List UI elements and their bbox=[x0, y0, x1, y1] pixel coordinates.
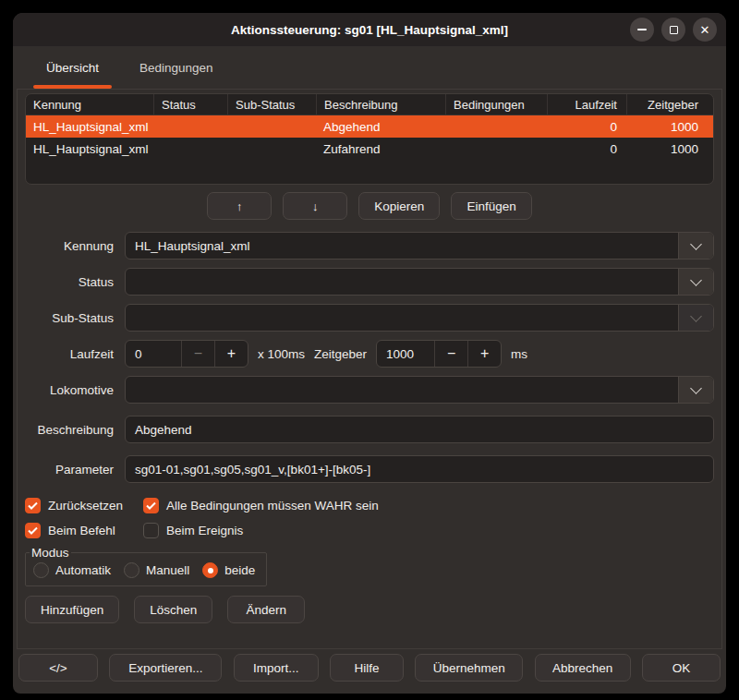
export-button[interactable]: Exportieren... bbox=[109, 654, 222, 682]
cancel-button[interactable]: Abbrechen bbox=[535, 654, 631, 682]
table-row[interactable]: HL_Hauptsignal_xml Abgehend 0 1000 bbox=[26, 115, 713, 138]
window-title: Aktionssteuerung: sg01 [HL_Hauptsignal_x… bbox=[231, 23, 508, 37]
form-row-laufzeit: Laufzeit 0 − + x 100ms Zeitgeber 1000 − … bbox=[25, 340, 714, 368]
cell-beschreibung: Abgehend bbox=[316, 120, 445, 134]
minus-icon: − bbox=[447, 345, 455, 362]
checkbox-icon bbox=[25, 498, 41, 513]
radio-manuell[interactable]: Manuell bbox=[124, 562, 189, 578]
checkbox-row-2: Beim Befehl Beim Ereignis bbox=[25, 523, 714, 538]
chevron-down-icon bbox=[690, 274, 702, 286]
beschreibung-input[interactable]: Abgehend bbox=[125, 416, 714, 443]
checkbox-beim-befehl[interactable]: Beim Befehl bbox=[25, 523, 143, 538]
cell-kennung: HL_Hauptsignal_xml bbox=[26, 120, 153, 134]
checkbox-icon bbox=[25, 523, 41, 538]
ok-button[interactable]: OK bbox=[642, 654, 721, 682]
tab-content-uebersicht: Kennung Status Sub-Status Beschreibung B… bbox=[17, 89, 722, 649]
arrow-down-icon: ↓ bbox=[312, 199, 319, 213]
laufzeit-decrement-button[interactable]: − bbox=[181, 341, 214, 367]
delete-button[interactable]: Löschen bbox=[134, 596, 212, 623]
column-header-kennung[interactable]: Kennung bbox=[26, 94, 153, 115]
table-empty-area bbox=[26, 160, 713, 184]
parameter-input[interactable]: sg01-01,sg01,sg05,sg01_v,[bk01+]-[bk05-] bbox=[125, 455, 714, 483]
lokomotive-entry[interactable] bbox=[126, 377, 678, 403]
maximize-button[interactable] bbox=[661, 18, 685, 42]
status-label: Status bbox=[25, 275, 114, 289]
radio-icon bbox=[202, 562, 218, 578]
modus-frame: Modus Automatik Manuell beide bbox=[25, 546, 267, 586]
close-button[interactable]: ✕ bbox=[693, 18, 717, 42]
column-header-beschreibung[interactable]: Beschreibung bbox=[316, 94, 445, 115]
zeitgeber-decrement-button[interactable]: − bbox=[434, 341, 467, 367]
close-icon: ✕ bbox=[700, 24, 710, 36]
check-icon bbox=[28, 501, 38, 510]
lokomotive-dropdown-button[interactable] bbox=[678, 377, 713, 403]
chevron-down-icon bbox=[690, 382, 702, 394]
radio-icon bbox=[124, 562, 139, 578]
sub-status-dropdown-button bbox=[678, 305, 713, 331]
lokomotive-combobox[interactable] bbox=[125, 376, 714, 404]
cell-zeitgeber: 1000 bbox=[626, 120, 713, 134]
column-header-bedingungen[interactable]: Bedingungen bbox=[445, 94, 547, 115]
zeitgeber-spinbutton[interactable]: 1000 − + bbox=[376, 340, 502, 368]
tab-bedingungen-label: Bedingungen bbox=[139, 61, 213, 75]
column-header-laufzeit[interactable]: Laufzeit bbox=[547, 94, 626, 115]
help-button[interactable]: Hilfe bbox=[330, 654, 404, 682]
zeitgeber-value[interactable]: 1000 bbox=[377, 341, 434, 367]
cell-kennung: HL_Hauptsignal_xml bbox=[26, 142, 153, 156]
change-button[interactable]: Ändern bbox=[227, 596, 305, 623]
column-header-zeitgeber[interactable]: Zeitgeber bbox=[626, 94, 713, 115]
status-entry[interactable] bbox=[126, 269, 678, 295]
form-row-status: Status bbox=[25, 268, 714, 296]
tab-uebersicht[interactable]: Übersicht bbox=[26, 46, 119, 89]
minimize-button[interactable] bbox=[630, 18, 654, 42]
code-button[interactable]: </> bbox=[18, 654, 98, 682]
modus-fieldset: Modus Automatik Manuell beide bbox=[25, 546, 267, 586]
checkbox-zuruecksetzen[interactable]: Zurücksetzen bbox=[25, 498, 143, 513]
copy-button[interactable]: Kopieren bbox=[358, 192, 440, 220]
radio-icon bbox=[33, 562, 49, 578]
kennung-combobox[interactable]: HL_Hauptsignal_xml bbox=[125, 232, 714, 259]
move-down-button[interactable]: ↓ bbox=[283, 192, 347, 220]
form-row-sub-status: Sub-Status bbox=[25, 304, 714, 332]
status-dropdown-button[interactable] bbox=[678, 269, 713, 295]
actions-table: Kennung Status Sub-Status Beschreibung B… bbox=[25, 93, 714, 185]
column-header-sub-status[interactable]: Sub-Status bbox=[227, 94, 316, 115]
maximize-icon bbox=[670, 26, 678, 34]
kennung-entry[interactable]: HL_Hauptsignal_xml bbox=[126, 233, 678, 259]
form-row-lokomotive: Lokomotive bbox=[25, 376, 714, 404]
column-header-status[interactable]: Status bbox=[153, 94, 227, 115]
tab-bedingungen[interactable]: Bedingungen bbox=[119, 46, 234, 89]
status-combobox[interactable] bbox=[125, 268, 714, 296]
zeitgeber-increment-button[interactable]: + bbox=[467, 341, 501, 367]
sub-status-label: Sub-Status bbox=[25, 311, 114, 325]
radio-beide[interactable]: beide bbox=[202, 562, 255, 578]
laufzeit-increment-button[interactable]: + bbox=[214, 341, 248, 367]
arrow-up-icon: ↑ bbox=[236, 199, 243, 213]
checkbox-alle-bedingungen[interactable]: Alle Bedingungen müssen WAHR sein bbox=[143, 498, 379, 513]
beschreibung-label: Beschreibung bbox=[25, 423, 114, 437]
import-button[interactable]: Import... bbox=[234, 654, 319, 682]
move-up-button[interactable]: ↑ bbox=[207, 192, 272, 220]
cell-zeitgeber: 1000 bbox=[626, 142, 713, 156]
kennung-dropdown-button[interactable] bbox=[678, 233, 713, 259]
plus-icon: + bbox=[480, 345, 489, 362]
kennung-label: Kennung bbox=[25, 239, 114, 253]
titlebar: Aktionssteuerung: sg01 [HL_Hauptsignal_x… bbox=[13, 13, 726, 46]
dialog-action-area: </> Exportieren... Import... Hilfe Übern… bbox=[18, 654, 721, 682]
table-row[interactable]: HL_Hauptsignal_xml Zufahrend 0 1000 bbox=[26, 138, 713, 160]
radio-dot bbox=[208, 568, 213, 573]
laufzeit-spinbutton[interactable]: 0 − + bbox=[125, 340, 248, 368]
radio-automatik[interactable]: Automatik bbox=[33, 562, 111, 578]
checkbox-row-1: Zurücksetzen Alle Bedingungen müssen WAH… bbox=[25, 498, 714, 513]
laufzeit-value[interactable]: 0 bbox=[126, 341, 181, 367]
zeitgeber-label: Zeitgeber bbox=[314, 347, 367, 361]
form-row-beschreibung: Beschreibung Abgehend bbox=[25, 416, 714, 443]
cell-laufzeit: 0 bbox=[547, 142, 626, 156]
tab-uebersicht-label: Übersicht bbox=[46, 61, 99, 75]
plus-icon: + bbox=[227, 345, 236, 362]
checkbox-beim-ereignis[interactable]: Beim Ereignis bbox=[143, 523, 243, 538]
add-button[interactable]: Hinzufügen bbox=[25, 596, 119, 623]
paste-button[interactable]: Einfügen bbox=[451, 192, 531, 220]
apply-button[interactable]: Übernehmen bbox=[415, 654, 523, 682]
checkbox-label: Beim Ereignis bbox=[166, 524, 243, 537]
